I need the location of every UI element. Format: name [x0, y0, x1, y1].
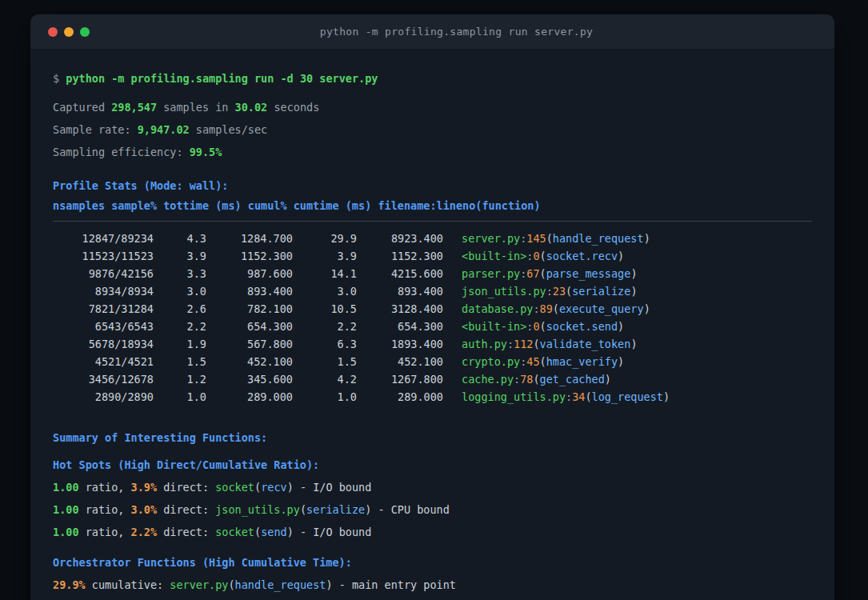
window-titlebar[interactable]: python -m profiling.sampling run server.… — [30, 14, 834, 50]
cumtime-cell: 893.400 — [357, 282, 443, 300]
colon: : — [546, 285, 553, 298]
function-name: serialize — [572, 285, 630, 298]
cumul-pct-cell: 2.2 — [293, 318, 357, 335]
direct-pct: 3.9% — [131, 481, 158, 494]
open-paren: ( — [300, 503, 306, 516]
function-location: parser.py:67(parse_message) — [462, 267, 638, 280]
orchestrators-list: 29.9% cumulative: server.py(handle_reque… — [53, 574, 812, 600]
table-columns-header: nsamples sample% tottime (ms) cumul% cum… — [53, 197, 812, 214]
function-name: get_cached — [540, 373, 605, 386]
capture-duration: 30.02 — [235, 101, 268, 114]
open-paren: ( — [546, 232, 553, 245]
line-number: 78 — [520, 373, 533, 386]
sample-pct-cell: 1.5 — [154, 353, 206, 370]
nsamples-cell: 8934/8934 — [53, 282, 154, 300]
target-name: socket — [215, 481, 254, 494]
maximize-button[interactable] — [80, 27, 90, 37]
function-location: database.py:89(execute_query) — [462, 302, 650, 315]
function-location: json_utils.py:23(serialize) — [462, 285, 638, 298]
close-paren: ) — [326, 578, 332, 591]
sample-pct-cell: 3.9 — [154, 247, 206, 265]
hot-spots-list: 1.00 ratio, 3.9% direct: socket(recv) - … — [53, 476, 812, 543]
sample-pct-cell: 1.9 — [154, 335, 206, 353]
nsamples-cell: 6543/6543 — [53, 318, 154, 335]
hot-spots-header: Hot Spots (High Direct/Cumulative Ratio)… — [53, 454, 812, 476]
line-number: 112 — [514, 338, 533, 350]
function-location: auth.py:112(validate_token) — [462, 338, 638, 350]
cumul-pct-cell: 10.5 — [293, 300, 357, 318]
close-paren: ) — [618, 320, 624, 333]
sample-rate-line: Sample rate: 9,947.02 samples/sec — [53, 118, 812, 141]
tottime-cell: 345.600 — [206, 370, 293, 388]
note-text: - CPU bound — [371, 503, 450, 516]
filename: database.py — [462, 302, 533, 315]
line-number: 0 — [533, 250, 539, 262]
orchestrators-header: Orchestrator Functions (High Cumulative … — [53, 551, 812, 574]
function-location: crypto.py:45(hmac_verify) — [462, 355, 624, 368]
open-paren: ( — [540, 250, 546, 262]
function-name: execute_query — [559, 302, 644, 315]
function-location: logging_utils.py:34(log_request) — [462, 390, 670, 403]
close-paren: ) — [630, 267, 637, 280]
target-name: socket — [215, 526, 254, 538]
note-text: - I/O bound — [294, 481, 372, 494]
colon: : — [507, 338, 514, 350]
cumtime-cell: 654.300 — [357, 318, 443, 335]
line-number: 45 — [526, 355, 539, 368]
close-paren: ) — [630, 338, 637, 350]
function-location: <built-in>:0(socket.recv) — [462, 250, 624, 262]
filename: <built-in> — [462, 320, 526, 333]
line-number: 0 — [533, 320, 539, 333]
line-number: 34 — [572, 390, 585, 403]
cumulative-pct: 29.9% — [53, 578, 86, 591]
orchestrator-line: 29.9% cumulative: server.py(handle_reque… — [53, 574, 812, 596]
line-number: 145 — [526, 232, 546, 245]
profile-stats-header: Profile Stats (Mode: wall): — [53, 174, 812, 197]
minimize-button[interactable] — [64, 27, 74, 37]
open-paren: ( — [254, 526, 261, 538]
summary-header: Summary of Interesting Functions: — [53, 426, 812, 449]
cumtime-cell: 8923.400 — [357, 230, 443, 247]
sample-rate-value: 9,947.02 — [138, 123, 190, 136]
terminal-window: python -m profiling.sampling run server.… — [30, 14, 834, 600]
function-name: validate_token — [540, 338, 631, 350]
close-button[interactable] — [48, 27, 58, 37]
function-name: socket.send — [546, 320, 618, 333]
direct-label: direct: — [157, 526, 215, 538]
ratio-label: ratio, — [79, 481, 131, 494]
note-text: - I/O bound — [294, 526, 372, 538]
cumtime-cell: 289.000 — [357, 388, 443, 406]
tottime-cell: 1284.700 — [206, 230, 293, 247]
cumtime-cell: 3128.400 — [357, 300, 443, 318]
direct-pct: 3.0% — [131, 503, 158, 516]
function-name: parse_message — [546, 267, 631, 280]
line-number: 89 — [540, 302, 553, 315]
open-paren: ( — [553, 302, 559, 315]
open-paren: ( — [540, 267, 546, 280]
tottime-cell: 289.000 — [206, 388, 293, 406]
table-row: 2890/28901.0289.0001.0289.000logging_uti… — [53, 388, 812, 406]
close-paren: ) — [605, 373, 611, 386]
cumtime-cell: 1152.300 — [357, 247, 443, 265]
filename: crypto.py — [462, 355, 520, 368]
function-name: log_request — [592, 390, 663, 403]
function-name: handle_request — [553, 232, 644, 245]
function-location: <built-in>:0(socket.send) — [462, 320, 624, 333]
table-row: 7821/312842.6782.10010.53128.400database… — [53, 300, 812, 318]
cumul-pct-cell: 6.3 — [293, 335, 357, 353]
ratio-value: 1.00 — [53, 526, 79, 538]
tottime-cell: 782.100 — [206, 300, 293, 318]
close-paren: ) — [630, 285, 637, 298]
open-paren: ( — [533, 338, 539, 350]
cumul-pct-cell: 14.1 — [293, 265, 357, 282]
cumul-pct-cell: 3.0 — [293, 282, 357, 300]
cumul-pct-cell: 4.2 — [293, 370, 357, 388]
close-paren: ) — [644, 302, 650, 315]
open-paren: ( — [540, 355, 546, 368]
function-name: serialize — [306, 503, 365, 516]
close-paren: ) — [644, 232, 650, 245]
tottime-cell: 654.300 — [206, 318, 293, 335]
filename: server.py — [462, 232, 520, 245]
terminal-content: $ python -m profiling.sampling run -d 30… — [30, 50, 834, 600]
filename: json_utils.py — [462, 285, 546, 298]
